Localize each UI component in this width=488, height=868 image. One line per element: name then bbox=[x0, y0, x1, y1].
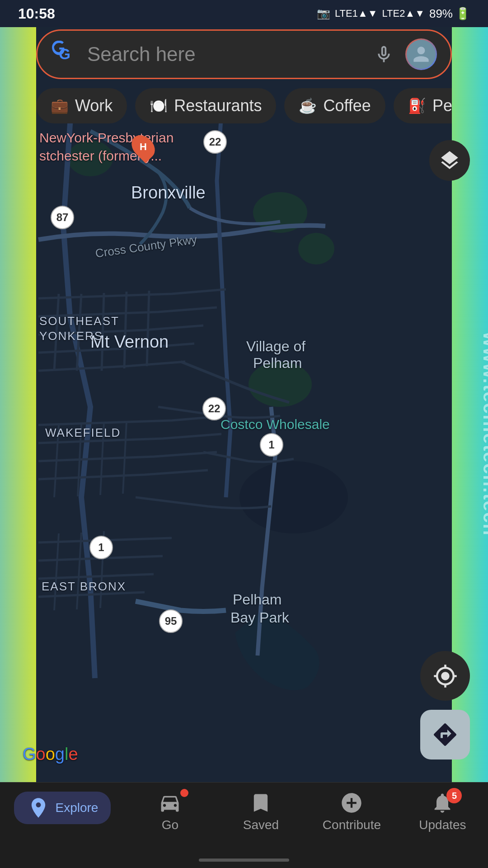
google-logo-icon: G bbox=[51, 41, 78, 68]
route-shield-1-2: 1 bbox=[89, 536, 113, 559]
updates-badge: 5 bbox=[446, 788, 462, 803]
map-background[interactable] bbox=[0, 0, 488, 868]
battery-indicator: 89% 🔋 bbox=[429, 7, 470, 21]
route-shield-22-2: 22 bbox=[202, 397, 226, 420]
petrol-icon: ⛽ bbox=[408, 97, 426, 114]
layers-button[interactable] bbox=[429, 140, 470, 181]
chip-coffee-label: Coffee bbox=[323, 96, 371, 115]
chip-work[interactable]: 💼 Work bbox=[36, 88, 127, 123]
search-input[interactable]: Search here bbox=[87, 43, 362, 66]
contribute-icon-wrap bbox=[336, 792, 367, 814]
location-pin[interactable]: H bbox=[133, 134, 153, 160]
mic-button[interactable] bbox=[371, 42, 396, 67]
restaurants-icon: 🍽️ bbox=[150, 97, 168, 114]
status-time: 10:58 bbox=[18, 5, 55, 22]
work-icon: 💼 bbox=[51, 97, 69, 114]
google-watermark: Google bbox=[23, 745, 78, 764]
nav-go-label: Go bbox=[162, 818, 178, 832]
svg-text:G: G bbox=[59, 46, 70, 62]
signal-icon-2: LTE2▲▼ bbox=[382, 8, 425, 19]
svg-point-4 bbox=[298, 233, 334, 264]
route-shield-22-1: 22 bbox=[203, 130, 227, 154]
nav-item-contribute[interactable]: Contribute bbox=[320, 792, 383, 832]
updates-icon-wrap: 5 bbox=[427, 792, 458, 814]
nav-saved-label: Saved bbox=[243, 818, 279, 832]
status-bar: 10:58 📷 LTE1▲▼ LTE2▲▼ 89% 🔋 bbox=[0, 0, 488, 27]
home-indicator bbox=[199, 859, 289, 862]
nav-explore-label: Explore bbox=[56, 801, 99, 815]
bottom-navigation: Explore Go Saved Contribute bbox=[0, 782, 488, 868]
search-placeholder: Search here bbox=[87, 43, 196, 66]
explore-icon-wrap bbox=[27, 796, 50, 820]
battery-icon: 🔋 bbox=[455, 7, 470, 21]
chip-restaurants[interactable]: 🍽️ Restaurants bbox=[135, 88, 276, 123]
route-shield-95: 95 bbox=[159, 609, 183, 633]
user-avatar[interactable] bbox=[405, 38, 437, 70]
chip-coffee[interactable]: ☕ Coffee bbox=[284, 88, 385, 123]
avatar-image bbox=[407, 40, 436, 69]
side-bar-left bbox=[0, 0, 36, 868]
route-shield-1-1: 1 bbox=[260, 433, 283, 457]
status-icons: 📷 LTE1▲▼ LTE2▲▼ 89% 🔋 bbox=[317, 7, 470, 21]
my-location-button[interactable] bbox=[420, 651, 470, 701]
side-watermark: www.techietech.tech bbox=[479, 332, 488, 536]
signal-icon: LTE1▲▼ bbox=[335, 8, 378, 19]
search-bar[interactable]: G Search here bbox=[36, 29, 452, 79]
camera-icon: 📷 bbox=[317, 7, 330, 20]
nav-updates-label: Updates bbox=[419, 818, 466, 832]
category-chips-row: 💼 Work 🍽️ Restaurants ☕ Coffee ⛽ Petrol bbox=[36, 88, 452, 123]
chip-petrol-label: Petrol bbox=[432, 96, 452, 115]
chip-petrol[interactable]: ⛽ Petrol bbox=[394, 88, 452, 123]
nav-item-updates[interactable]: 5 Updates bbox=[411, 792, 474, 832]
chip-restaurants-label: Restaurants bbox=[174, 96, 262, 115]
directions-fab[interactable] bbox=[420, 710, 470, 760]
route-shield-87: 87 bbox=[51, 206, 74, 229]
nav-item-explore[interactable]: Explore bbox=[14, 792, 111, 824]
explore-pill: Explore bbox=[14, 792, 111, 824]
chip-work-label: Work bbox=[75, 96, 113, 115]
nav-item-go[interactable]: Go bbox=[138, 792, 202, 832]
svg-point-1 bbox=[239, 461, 348, 533]
go-notification-dot bbox=[180, 789, 188, 797]
svg-rect-0 bbox=[0, 0, 488, 868]
go-icon-wrap bbox=[154, 792, 186, 814]
saved-icon-wrap bbox=[245, 792, 277, 814]
nav-contribute-label: Contribute bbox=[323, 818, 381, 832]
coffee-icon: ☕ bbox=[299, 97, 317, 114]
svg-point-5 bbox=[68, 140, 113, 176]
nav-item-saved[interactable]: Saved bbox=[229, 792, 292, 832]
